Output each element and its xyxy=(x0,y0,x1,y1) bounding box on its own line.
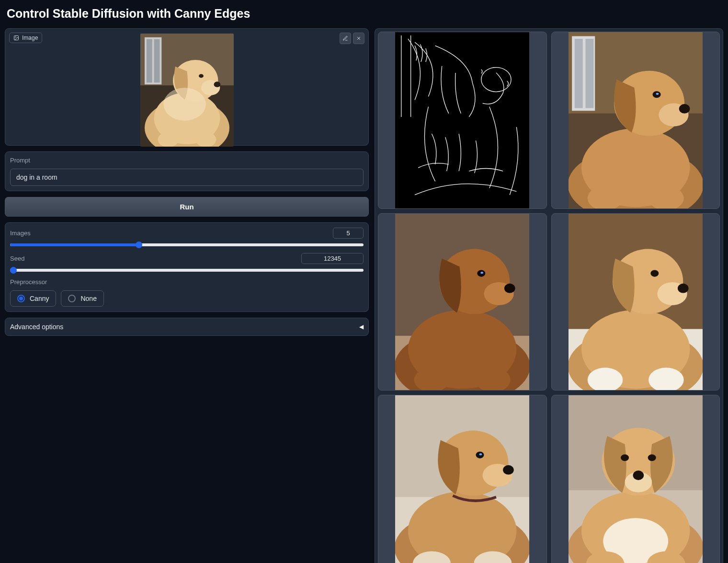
preprocessor-label: Preprocessor xyxy=(10,278,364,286)
seed-value-input[interactable] xyxy=(301,253,364,264)
svg-point-63 xyxy=(479,453,482,455)
svg-point-52 xyxy=(650,270,659,276)
seed-slider-block: Seed xyxy=(10,253,364,272)
close-icon xyxy=(356,35,362,41)
settings-panel: Images Seed Preprocesso xyxy=(5,222,369,312)
preprocessor-option-none[interactable]: None xyxy=(61,290,103,307)
radio-label: Canny xyxy=(30,295,49,302)
svg-point-61 xyxy=(503,465,514,475)
images-slider[interactable] xyxy=(10,243,364,246)
image-upload-area[interactable]: Image xyxy=(5,28,369,146)
advanced-options-toggle[interactable]: Advanced options ◀ xyxy=(5,318,369,336)
images-slider-block: Images xyxy=(10,228,364,246)
svg-point-13 xyxy=(214,81,220,87)
gallery-item[interactable] xyxy=(551,32,720,209)
svg-point-14 xyxy=(199,74,204,78)
svg-rect-22 xyxy=(585,39,593,108)
images-value-input[interactable] xyxy=(333,228,364,239)
gallery-item[interactable] xyxy=(378,213,547,391)
output-gallery xyxy=(375,28,723,563)
gallery-item[interactable] xyxy=(551,213,720,391)
seed-slider[interactable] xyxy=(10,269,364,272)
svg-point-9 xyxy=(158,132,178,147)
prompt-input[interactable] xyxy=(10,169,364,186)
preprocessor-option-canny[interactable]: Canny xyxy=(10,290,56,307)
run-button[interactable]: Run xyxy=(5,197,369,217)
svg-point-73 xyxy=(633,471,644,480)
svg-point-10 xyxy=(195,132,216,147)
advanced-options-label: Advanced options xyxy=(10,323,63,331)
radio-dot-icon xyxy=(68,295,76,302)
edit-image-button[interactable] xyxy=(340,33,351,44)
svg-point-42 xyxy=(480,272,483,274)
uploaded-image xyxy=(140,34,234,147)
prompt-panel: Prompt xyxy=(5,151,369,191)
svg-rect-6 xyxy=(154,39,159,82)
radio-dot-icon xyxy=(17,295,25,302)
svg-point-29 xyxy=(679,104,690,114)
gallery-item-canny[interactable] xyxy=(378,32,547,209)
preprocessor-block: Preprocessor Canny None xyxy=(10,278,364,307)
svg-point-51 xyxy=(677,284,688,293)
image-icon xyxy=(13,35,19,41)
gallery-item[interactable] xyxy=(551,395,720,563)
svg-rect-5 xyxy=(146,39,152,82)
svg-point-75 xyxy=(648,454,656,461)
clear-image-button[interactable] xyxy=(353,33,364,44)
chevron-left-icon: ◀ xyxy=(359,323,364,330)
svg-point-40 xyxy=(504,284,515,293)
svg-point-1 xyxy=(15,37,16,38)
seed-label: Seed xyxy=(10,255,24,262)
pencil-icon xyxy=(342,35,348,41)
image-chip-label: Image xyxy=(22,34,38,41)
svg-rect-21 xyxy=(574,39,582,108)
svg-point-74 xyxy=(621,454,629,461)
svg-point-15 xyxy=(163,88,205,121)
gallery-item[interactable] xyxy=(378,395,547,563)
page-title: Control Stable Diffusion with Canny Edge… xyxy=(7,7,723,21)
image-chip: Image xyxy=(9,33,42,43)
images-label: Images xyxy=(10,230,31,237)
svg-point-31 xyxy=(656,93,659,95)
radio-label: None xyxy=(80,295,96,302)
svg-rect-16 xyxy=(395,32,529,208)
prompt-label: Prompt xyxy=(10,157,364,164)
